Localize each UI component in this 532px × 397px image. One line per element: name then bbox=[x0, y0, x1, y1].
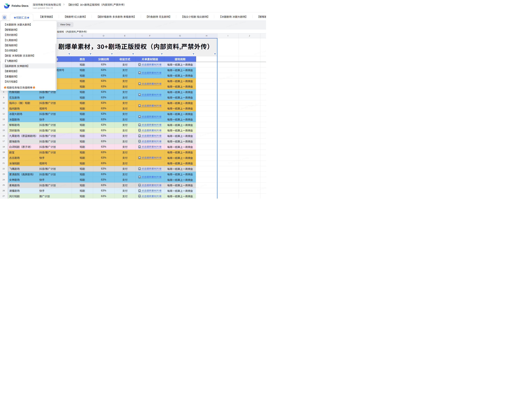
material-link[interactable]: 点击跳转素材片单 bbox=[138, 63, 162, 66]
cell-category[interactable]: 短剧 bbox=[72, 122, 93, 128]
cell-rate[interactable]: 63% bbox=[93, 177, 114, 183]
row-number[interactable]: 12 bbox=[0, 111, 8, 117]
empty-cell[interactable] bbox=[260, 161, 266, 166]
empty-cell[interactable] bbox=[260, 183, 266, 188]
cell-income[interactable]: 支付 bbox=[114, 117, 136, 122]
cell-platform[interactable]: 快手 bbox=[39, 177, 45, 183]
cell-category[interactable]: 短剧 bbox=[72, 106, 93, 111]
empty-cell[interactable] bbox=[260, 193, 266, 199]
cell-category[interactable]: 短剧 bbox=[72, 188, 93, 193]
cell-rate[interactable]: 63% bbox=[93, 62, 114, 68]
cell-cycle[interactable]: 每周一结算上一周佣金 bbox=[164, 150, 196, 155]
material-link[interactable]: 点击跳转素材片单 bbox=[138, 139, 162, 143]
column-header-C[interactable]: C bbox=[72, 33, 93, 38]
empty-cell[interactable] bbox=[260, 166, 266, 172]
cell-category[interactable]: 短剧 bbox=[72, 144, 93, 150]
cell-cycle[interactable]: 每周一结算上一周佣金 bbox=[164, 128, 196, 133]
cell-name[interactable]: 顶好剧场 bbox=[9, 128, 20, 133]
empty-cell[interactable] bbox=[239, 144, 260, 150]
filter-icon[interactable] bbox=[89, 52, 92, 55]
filter-icon[interactable] bbox=[110, 52, 113, 55]
cell-income[interactable]: 支付 bbox=[114, 122, 136, 128]
empty-cell[interactable] bbox=[218, 111, 239, 117]
material-link[interactable]: 点击跳转素材片单 bbox=[138, 167, 162, 170]
cell-name[interactable]: 指间小（微）短剧 bbox=[9, 100, 30, 106]
cell-name[interactable]: 飞鹰剧场 bbox=[9, 166, 20, 172]
cell-platform[interactable]: 视频号 bbox=[39, 106, 47, 111]
empty-cell[interactable] bbox=[239, 193, 260, 199]
row-number[interactable]: 17 bbox=[0, 139, 8, 144]
empty-cell[interactable] bbox=[239, 183, 260, 188]
filter-icon[interactable] bbox=[160, 52, 163, 55]
cell-platform[interactable]: 抖音/推广计划 bbox=[39, 128, 56, 133]
empty-cell[interactable] bbox=[260, 144, 266, 150]
empty-cell[interactable] bbox=[260, 73, 266, 78]
cell-category[interactable]: 短剧 bbox=[72, 73, 93, 78]
cell-platform[interactable]: 抖音/推广计划 bbox=[39, 166, 56, 172]
row-number[interactable]: 23 bbox=[0, 172, 8, 177]
empty-cell[interactable] bbox=[239, 150, 260, 155]
cell-cycle[interactable]: 每周一结算上一周佣金 bbox=[164, 73, 196, 78]
cell-income[interactable]: 支付 bbox=[114, 133, 136, 139]
empty-cell[interactable] bbox=[196, 78, 217, 84]
cell-rate[interactable]: 63% bbox=[93, 161, 114, 166]
cell-income[interactable]: 支付 bbox=[114, 128, 136, 133]
empty-cell[interactable] bbox=[260, 172, 266, 177]
empty-cell[interactable] bbox=[218, 100, 239, 106]
sheet-tab[interactable]: 【麦芽微剧】 bbox=[34, 15, 59, 19]
cell-category[interactable]: 短剧 bbox=[72, 161, 93, 166]
empty-cell[interactable] bbox=[218, 161, 239, 166]
empty-cell[interactable] bbox=[260, 67, 266, 73]
material-link[interactable]: 点击跳转素材片单 bbox=[138, 71, 162, 74]
cell-rate[interactable]: 63% bbox=[93, 95, 114, 100]
empty-cell[interactable] bbox=[196, 62, 217, 68]
empty-cell[interactable] bbox=[196, 67, 217, 73]
cell-platform[interactable]: 视频号 bbox=[39, 161, 47, 166]
empty-cell[interactable] bbox=[196, 188, 217, 193]
cell-name[interactable]: 风行短剧 bbox=[9, 193, 20, 199]
column-header-E[interactable]: E bbox=[114, 33, 136, 38]
cell-platform[interactable]: 抖音/推广计划 bbox=[39, 133, 56, 139]
cell-cycle[interactable]: 每周一结算上一周佣金 bbox=[164, 188, 196, 193]
filter-icon[interactable] bbox=[213, 52, 217, 55]
cell-income[interactable]: 支付 bbox=[114, 166, 136, 172]
cell-cycle[interactable]: 每周一结算上一周佣金 bbox=[164, 62, 196, 68]
row-number[interactable]: 16 bbox=[0, 133, 8, 139]
cell-cycle[interactable]: 每周一结算上一周佣金 bbox=[164, 161, 196, 166]
cell-cycle[interactable]: 每周一结算上一周佣金 bbox=[164, 106, 196, 111]
cell-category[interactable]: 短剧 bbox=[72, 62, 93, 68]
sheet-tab[interactable]: 【钓鱼剧场 花生剧场】 bbox=[141, 15, 176, 19]
cell-category[interactable]: 短剧 bbox=[72, 89, 93, 95]
cell-platform[interactable]: 抖音/推广计划 bbox=[39, 172, 56, 177]
empty-cell[interactable] bbox=[218, 89, 239, 95]
column-header-I[interactable]: I bbox=[218, 33, 239, 38]
empty-cell[interactable] bbox=[218, 73, 239, 78]
cell-cycle[interactable]: 每周一结算上一周佣金 bbox=[164, 144, 196, 150]
cell-cycle[interactable]: 每周一结算上一周佣金 bbox=[164, 139, 196, 144]
menu-item[interactable]: 【郁郁剧场】 bbox=[1, 27, 57, 32]
empty-cell[interactable] bbox=[260, 177, 266, 183]
empty-cell[interactable] bbox=[260, 84, 266, 89]
menu-item[interactable]: 【顶好剧场】 bbox=[1, 32, 57, 37]
cell-income[interactable]: 支付 bbox=[114, 144, 136, 150]
empty-cell[interactable] bbox=[260, 95, 266, 100]
empty-cell[interactable] bbox=[239, 172, 260, 177]
cell-platform[interactable]: 快手 bbox=[39, 188, 45, 193]
material-link[interactable]: 点击跳转素材片单 bbox=[138, 129, 162, 132]
material-link[interactable]: 点击跳转素材片单 bbox=[138, 175, 162, 179]
material-link[interactable]: 点击跳转素材片单 bbox=[138, 134, 162, 137]
column-header-D[interactable]: D bbox=[93, 33, 114, 38]
cell-platform[interactable]: 抖音/推广计划 bbox=[39, 111, 56, 117]
empty-cell[interactable] bbox=[218, 106, 239, 111]
cell-category[interactable]: 短剧 bbox=[72, 177, 93, 183]
empty-cell[interactable] bbox=[239, 139, 260, 144]
cell-cycle[interactable]: 每周一结算上一周佣金 bbox=[164, 155, 196, 161]
cell-income[interactable]: 支付 bbox=[114, 78, 136, 84]
cell-platform[interactable]: 抖音/推广计划 bbox=[39, 139, 56, 144]
empty-cell[interactable] bbox=[239, 133, 260, 139]
cell-rate[interactable]: 63% bbox=[93, 111, 114, 117]
cell-name[interactable]: 白词短剧（原子诗） bbox=[9, 144, 33, 150]
cell-income[interactable]: 支付 bbox=[114, 95, 136, 100]
empty-cell[interactable] bbox=[218, 183, 239, 188]
material-link[interactable]: 点击跳转素材片单 bbox=[138, 93, 162, 97]
